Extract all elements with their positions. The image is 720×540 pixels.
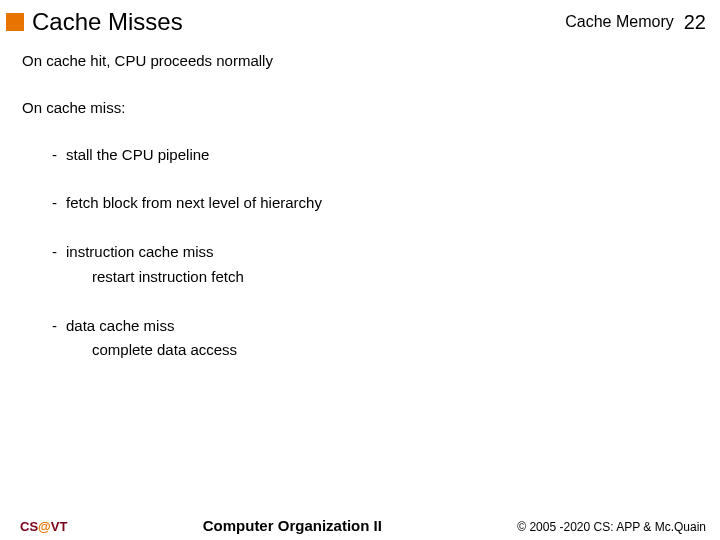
text-cache-hit: On cache hit, CPU proceeds normally [22, 52, 700, 71]
footer-at: @ [38, 519, 51, 534]
slide: Cache Misses Cache Memory 22 On cache hi… [0, 0, 720, 540]
slide-title: Cache Misses [32, 8, 565, 36]
slide-footer: CS@VT Computer Organization II © 2005 -2… [0, 517, 720, 534]
slide-header: Cache Misses Cache Memory 22 [0, 0, 720, 38]
dash-icon: - [52, 146, 66, 165]
miss-list: - stall the CPU pipeline - fetch block f… [22, 146, 700, 361]
footer-logo: CS@VT [20, 519, 67, 534]
accent-square-icon [6, 13, 24, 31]
slide-subtitle: Cache Memory [565, 13, 673, 31]
footer-vt: VT [51, 519, 68, 534]
footer-copyright: © 2005 -2020 CS: APP & Mc.Quain [517, 520, 706, 534]
dash-icon: - [52, 243, 66, 262]
item-text-dcache: data cache miss [66, 317, 174, 336]
page-number: 22 [684, 11, 706, 34]
footer-cs: CS [20, 519, 38, 534]
bullet-line: - fetch block from next level of hierarc… [52, 194, 700, 213]
bullet-line: - stall the CPU pipeline [52, 146, 700, 165]
list-item: - instruction cache miss restart instruc… [52, 243, 700, 287]
dash-icon: - [52, 194, 66, 213]
list-item: - stall the CPU pipeline [52, 146, 700, 165]
bullet-line: - data cache miss [52, 317, 700, 336]
item-subtext-dcache: complete data access [52, 341, 700, 360]
bullet-line: - instruction cache miss [52, 243, 700, 262]
list-item: - fetch block from next level of hierarc… [52, 194, 700, 213]
text-cache-miss-intro: On cache miss: [22, 99, 700, 118]
item-text-icache: instruction cache miss [66, 243, 214, 262]
dash-icon: - [52, 317, 66, 336]
item-text-fetch: fetch block from next level of hierarchy [66, 194, 322, 213]
list-item: - data cache miss complete data access [52, 317, 700, 361]
slide-body: On cache hit, CPU proceeds normally On c… [0, 38, 720, 360]
footer-course-title: Computer Organization II [67, 517, 517, 534]
item-subtext-icache: restart instruction fetch [52, 268, 700, 287]
item-text-stall: stall the CPU pipeline [66, 146, 209, 165]
